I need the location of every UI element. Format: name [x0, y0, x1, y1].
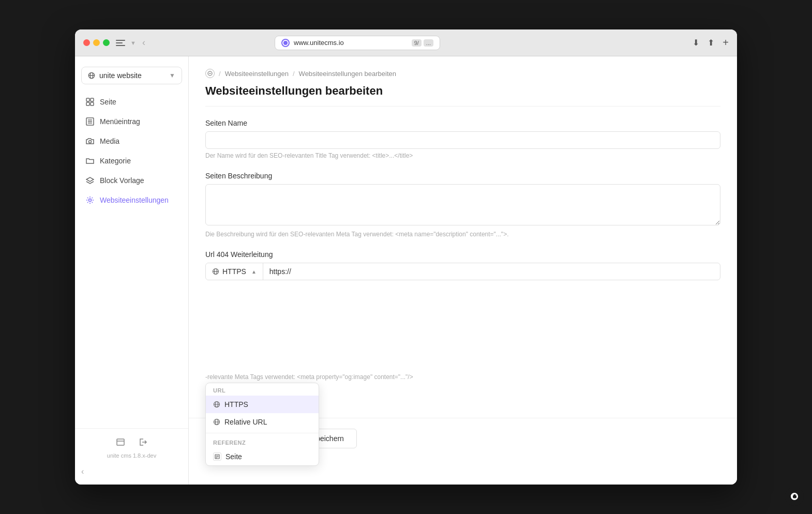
sidebar-collapse-button[interactable]: ‹: [81, 467, 84, 476]
seiten-beschreibung-input[interactable]: [205, 184, 720, 225]
main-content: / Websiteeinstellungen / Websiteeinstell…: [189, 56, 737, 485]
sidebar-item-label: Media: [100, 137, 119, 145]
url-value-input[interactable]: [263, 263, 720, 280]
url-404-hint: -relevante Meta Tags verwendet: <meta pr…: [205, 373, 720, 381]
site-selector[interactable]: unite website ▼: [81, 67, 182, 84]
seiten-beschreibung-section: Seiten Beschreibung Die Beschreibung wir…: [205, 172, 720, 238]
url-type-selector[interactable]: HTTPS ▲: [206, 263, 263, 280]
seiten-name-label: Seiten Name: [205, 119, 720, 127]
sidebar-header: unite website ▼: [75, 63, 188, 93]
svg-rect-3: [86, 98, 89, 101]
sidebar-item-label: Block Vorlage: [100, 176, 144, 185]
breadcrumb-separator: /: [219, 70, 221, 78]
traffic-light-close[interactable]: [83, 39, 90, 46]
breadcrumb-separator: /: [293, 70, 295, 78]
seiten-name-input[interactable]: [205, 131, 720, 149]
globe-icon: [212, 268, 219, 275]
seiten-name-hint: Der Name wird für den SEO-relevanten Tit…: [205, 152, 720, 159]
sidebar-item-media[interactable]: Media: [79, 132, 184, 150]
page-ref-icon: [213, 452, 221, 461]
menu-icon: [85, 117, 95, 126]
seiten-beschreibung-label: Seiten Beschreibung: [205, 172, 720, 180]
dropdown-item-relative-url[interactable]: Relative URL: [206, 413, 319, 431]
sidebar-item-seite[interactable]: Seite: [79, 93, 184, 111]
chevron-up-icon: ▲: [251, 269, 257, 275]
dropdown-item-seite[interactable]: Seite: [206, 448, 319, 465]
dropdown-divider: [206, 433, 319, 433]
download-button[interactable]: ⬇: [693, 38, 699, 48]
more-badge: ...: [424, 39, 433, 47]
browser-body: unite website ▼ Seite: [75, 56, 737, 485]
url-404-section: Url 404 Weiterleitung HTTPS ▲: [205, 250, 720, 381]
grid-icon: [85, 97, 95, 107]
footer-actions: [79, 435, 184, 449]
svg-rect-6: [91, 102, 94, 105]
seiten-name-section: Seiten Name Der Name wird für den SEO-re…: [205, 119, 720, 159]
share-button[interactable]: ⬆: [708, 38, 714, 48]
sidebar-collapse: ‹: [75, 465, 188, 478]
address-badges: 9/ ...: [412, 39, 433, 47]
chevron-down-icon: ▼: [130, 40, 136, 46]
logout-button[interactable]: [136, 435, 151, 449]
version-text: unite cms 1.8.x-dev: [79, 452, 184, 459]
browser-chrome: ▼ ‹ www.unitecms.io 9/ ... ⬇ ⬆ +: [75, 29, 737, 56]
sidebar-footer: unite cms 1.8.x-dev: [75, 428, 188, 465]
traffic-light-minimize[interactable]: [93, 39, 100, 46]
dropdown-relative-url-label: Relative URL: [224, 418, 267, 426]
breadcrumb-home-button[interactable]: [205, 69, 215, 78]
folder-icon: [85, 156, 95, 165]
sidebar-item-label: Menüeintrag: [100, 117, 140, 126]
sidebar-item-block-vorlage[interactable]: Block Vorlage: [79, 171, 184, 190]
address-bar[interactable]: www.unitecms.io 9/ ...: [275, 36, 440, 50]
site-name: unite website: [99, 71, 142, 80]
url-type-label: HTTPS: [222, 267, 246, 276]
svg-rect-5: [86, 102, 89, 105]
gear-icon: [85, 195, 95, 205]
globe-icon: [88, 72, 95, 79]
browser-controls: ▼ ‹: [116, 37, 145, 48]
sidebar-item-menueintrag[interactable]: Menüeintrag: [79, 112, 184, 131]
new-tab-button[interactable]: +: [723, 37, 729, 49]
sidebar-item-label: Websiteeinstellungen: [100, 196, 169, 204]
traffic-light-maximize[interactable]: [103, 39, 110, 46]
nav-back-button[interactable]: ‹: [142, 37, 145, 48]
sidebar: unite website ▼ Seite: [75, 56, 189, 485]
url-404-label: Url 404 Weiterleitung: [205, 250, 720, 259]
breadcrumb: / Websiteeinstellungen / Websiteeinstell…: [205, 69, 720, 78]
svg-point-11: [89, 141, 92, 143]
globe-icon: [213, 401, 220, 408]
dropdown-item-https[interactable]: HTTPS: [206, 396, 319, 413]
breadcrumb-current: Websiteeinstellungen bearbeiten: [299, 70, 396, 78]
sidebar-item-label: Seite: [100, 98, 116, 106]
dropdown-https-label: HTTPS: [224, 400, 248, 409]
sidebar-item-kategorie[interactable]: Kategorie: [79, 152, 184, 170]
svg-point-12: [89, 199, 92, 202]
svg-rect-13: [117, 439, 124, 445]
seiten-beschreibung-hint: Die Beschreibung wird für den SEO-releva…: [205, 231, 720, 238]
site-favicon: [281, 39, 290, 47]
request-count-badge: 9/: [412, 39, 422, 47]
dropdown-referenz-section-label: Referenz: [206, 435, 319, 448]
url-type-dropdown: URL HTTPS: [205, 383, 319, 466]
traffic-lights: [83, 39, 110, 46]
preview-button[interactable]: [113, 435, 128, 449]
browser-actions: ⬇ ⬆ +: [693, 37, 729, 49]
globe-icon: [213, 418, 220, 426]
url-text: www.unitecms.io: [294, 39, 408, 47]
url-field-group: HTTPS ▲: [205, 263, 720, 280]
sidebar-nav: Seite Menüeintrag: [75, 93, 188, 428]
camera-icon: [85, 137, 95, 146]
dropdown-url-section-label: URL: [206, 383, 319, 396]
sidebar-toggle-button[interactable]: [116, 40, 125, 46]
dropdown-seite-label: Seite: [225, 452, 242, 461]
sidebar-item-label: Kategorie: [100, 157, 131, 165]
page-title: Websiteeinstellungen bearbeiten: [205, 84, 720, 107]
sidebar-item-websiteeinstellungen[interactable]: Websiteeinstellungen: [79, 191, 184, 209]
svg-rect-4: [91, 98, 94, 101]
layers-icon: [85, 176, 95, 185]
breadcrumb-parent[interactable]: Websiteeinstellungen: [225, 70, 289, 78]
chevron-down-icon: ▼: [169, 72, 175, 79]
